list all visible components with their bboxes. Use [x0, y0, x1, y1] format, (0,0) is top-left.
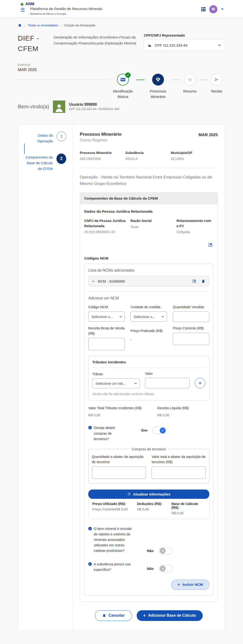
- field-label: Município/UF: [171, 150, 218, 156]
- edit-icon: [208, 242, 213, 247]
- intro-section: DIEF - CFEM Declaração de Informações Ec…: [18, 33, 225, 54]
- tributo-valor-input[interactable]: [145, 378, 190, 388]
- field-label: Preço Corrente (R$): [173, 326, 209, 331]
- delete-ncm-button[interactable]: [201, 279, 206, 284]
- preco-corrente-input[interactable]: [173, 333, 209, 345]
- step-recibo[interactable]: Recibo: [208, 74, 225, 94]
- button-label: Adicionar Base de Cálculo: [148, 613, 196, 618]
- codigo-ncm-field: Código NCM Selecione u...: [88, 305, 125, 322]
- ncm-section-title: Códigos NCM: [84, 256, 213, 260]
- top-bar: ANM ☰ Plataforma de Gestão de Recursos M…: [0, 0, 243, 18]
- sidebar-step-circle[interactable]: 2: [56, 154, 66, 164]
- chevron-down-icon[interactable]: [92, 280, 95, 283]
- refresh-icon: [127, 492, 131, 496]
- ncm-list-item[interactable]: NCM - 31056000: [88, 276, 209, 286]
- uso-especifico-toggle[interactable]: ✕: [159, 565, 173, 572]
- id-card-icon: [120, 77, 126, 82]
- field-value: ARGILA: [125, 157, 167, 161]
- toggle-x-icon: ✕: [160, 548, 166, 554]
- field-label: Substância: [125, 150, 167, 156]
- valor-abater-field: Valor total a abater da aquisição de ter…: [152, 454, 206, 479]
- step-resumo[interactable]: Resumo: [180, 74, 200, 94]
- apps-grid-icon[interactable]: [201, 7, 206, 12]
- tributo-select[interactable]: Selecione um trib...: [92, 378, 140, 388]
- sidebar-step-label[interactable]: Dados da Operação: [24, 132, 53, 144]
- divider: [88, 291, 209, 291]
- atualizar-informacoes-button[interactable]: Atualizar Informações: [88, 490, 209, 499]
- pj-cnpj-field: CNPJ da Pessoa Jurídica Relacionada 29.5…: [84, 218, 126, 234]
- cpf-cnpj-select[interactable]: CPF 111.222.333-44: [144, 40, 225, 50]
- menu-icon[interactable]: ☰: [20, 7, 25, 12]
- compras-terceiros-legend: Compras de terceiros: [129, 447, 168, 451]
- trash-icon: [102, 614, 106, 618]
- sidebar-step-circle[interactable]: 1: [57, 132, 66, 141]
- summary-label: Preço Utilizado (R$):: [92, 502, 135, 506]
- ncm-add-title: Adicione um NCM: [88, 296, 209, 300]
- field-label: CNPJ da Pessoa Jurídica Relacionada: [84, 218, 126, 229]
- breadcrumb: › Titular ou Arrendatário › Criação da D…: [18, 18, 225, 27]
- summary-value: R$ 0,00: [137, 507, 169, 511]
- sidebar-step-label[interactable]: Componentes da Base de Cálculo da CFEM: [24, 154, 53, 172]
- home-icon[interactable]: [18, 23, 22, 27]
- summary-value: Preço CorrenteR$ 0,00: [92, 507, 135, 511]
- field-value: Teste: [130, 225, 173, 229]
- step-processos-minerario[interactable]: Processos Minerário: [145, 74, 172, 100]
- summary-label: Deduções (R$):: [137, 502, 169, 506]
- quantidade-abater-input[interactable]: [92, 466, 146, 479]
- unidade-medida-select[interactable]: Selecione u...: [131, 312, 167, 322]
- compras-terceiros-fieldset: Compras de terceiros Quantidade a abater…: [88, 447, 209, 483]
- divider: [80, 168, 218, 168]
- abater-toggle[interactable]: ✓: [153, 426, 167, 434]
- sidebar-step-dados-operacao[interactable]: Dados da Operação 1: [24, 132, 66, 144]
- process-subtitle: Outros Regimes: [80, 138, 121, 142]
- abater-question: Deseja abater compras de terceiros?: [94, 425, 126, 442]
- wizard-stepper: ✓ Identificação Básica Processos Minerár…: [18, 74, 225, 100]
- app-title: Plataforma de Gestão de Recursos Minerai…: [30, 7, 222, 11]
- main-card: Dados da Operação 1 Componentes da Base …: [18, 124, 225, 631]
- summary-value: R$ 0,00: [172, 511, 206, 515]
- pj-section-title: Dados da Pessoa Jurídica Relacionada: [84, 209, 213, 214]
- button-label: Cancelar: [108, 613, 125, 618]
- abater-toggle-row: i Deseja abater compras de terceiros? Si…: [88, 425, 209, 442]
- cpf-cnpj-label: CPF/CNPJ Representado: [144, 34, 225, 37]
- quantidade-vendida-input[interactable]: [173, 312, 209, 322]
- tributos-title: Tributos Incidentes: [92, 360, 205, 364]
- edit-pj-button[interactable]: [208, 242, 213, 248]
- step-identificacao-basica[interactable]: ✓ Identificação Básica: [109, 74, 136, 100]
- unidade-medida-field: Unidade de medida Selecione u...: [131, 305, 167, 322]
- field-label: Tributo: [92, 372, 140, 377]
- pj-relacionamento-field: Relacionamento com a PJ Coligada: [177, 218, 213, 234]
- breadcrumb-separator: ›: [60, 24, 62, 27]
- add-tributo-button[interactable]: +: [195, 378, 205, 388]
- brand: ANM: [20, 2, 222, 6]
- field-label: Código NCM: [88, 305, 125, 310]
- components-box: Componentes da Base de Cálculo da CFEM D…: [80, 192, 218, 602]
- step-done-check-icon: ✓: [125, 72, 131, 78]
- incluir-ncm-button[interactable]: + Incluir NCM: [171, 580, 209, 590]
- breadcrumb-current: Criação da Declaração: [64, 24, 95, 27]
- receita-bruta-input[interactable]: [88, 338, 125, 350]
- user-avatar[interactable]: M: [209, 5, 217, 13]
- preco-utilizado-summary: Preço Utilizado (R$): Preço CorrenteR$ 0…: [92, 502, 135, 515]
- plus-icon: +: [143, 613, 146, 618]
- person-avatar-icon: [53, 100, 65, 113]
- field-label: Relacionamento com a PJ: [177, 218, 213, 229]
- edit-ncm-button[interactable]: [192, 278, 197, 284]
- stepper-connector: [200, 80, 208, 80]
- field-label: Receita Bruta de Venda (R$): [88, 326, 125, 336]
- breadcrumb-separator: ›: [24, 24, 25, 27]
- breadcrumb-link-titular[interactable]: Titular ou Arrendatário: [28, 24, 58, 27]
- adicionar-base-calculo-button[interactable]: + Adicionar Base de Cálculo: [137, 610, 203, 621]
- user-name: Usuário 999890: [69, 102, 120, 107]
- sidebar-step-connector: [24, 144, 25, 154]
- info-icon: i: [88, 527, 92, 530]
- cancelar-button[interactable]: Cancelar: [95, 610, 132, 621]
- user-menu-caret-icon[interactable]: [221, 8, 224, 10]
- codigo-ncm-select[interactable]: Selecione u...: [88, 312, 125, 322]
- sidebar-step-componentes[interactable]: Componentes da Base de Cálculo da CFEM 2: [24, 154, 66, 172]
- total-value: R$ 0,00: [157, 413, 209, 417]
- field-label: Processo Minerário: [80, 150, 121, 156]
- bem-mineral-toggle[interactable]: ✕: [159, 547, 173, 554]
- valor-abater-input[interactable]: [152, 466, 206, 479]
- quantidade-vendida-field: Quantidade Vendida: [173, 305, 209, 322]
